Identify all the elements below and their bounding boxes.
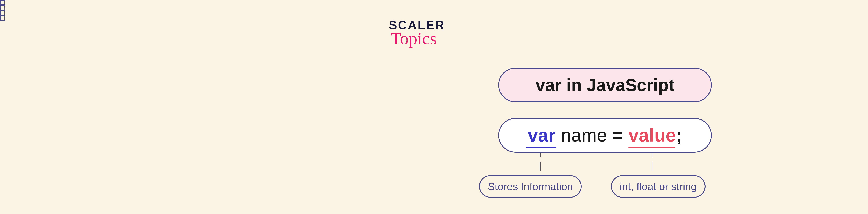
brand-logo: SCALER Topics	[389, 19, 445, 45]
annotation-var: Stores Information	[479, 175, 582, 198]
connector-line	[540, 152, 541, 157]
code-operator: =	[613, 125, 623, 145]
annotation-var-text: Stores Information	[488, 181, 573, 192]
code-expression: var name = value;	[528, 125, 682, 146]
diagram-title-pill: var in JavaScript	[498, 68, 712, 102]
annotation-value-text: int, float or string	[620, 181, 697, 192]
connector-node	[0, 5, 5, 10]
code-terminator: ;	[676, 125, 682, 145]
underline-var	[526, 147, 556, 148]
connector-line	[652, 152, 652, 157]
code-value: value	[628, 125, 676, 145]
code-identifier: name	[561, 125, 607, 145]
connector-node	[0, 0, 5, 5]
connector-node	[0, 10, 5, 15]
connector-line	[652, 162, 652, 171]
connector-node	[0, 15, 5, 21]
logo-text-topics: Topics	[391, 32, 437, 45]
diagram-title: var in JavaScript	[535, 75, 675, 95]
connector-line	[540, 162, 541, 171]
underline-value	[628, 147, 675, 148]
code-keyword-var: var	[528, 125, 556, 145]
annotation-value: int, float or string	[611, 175, 706, 198]
